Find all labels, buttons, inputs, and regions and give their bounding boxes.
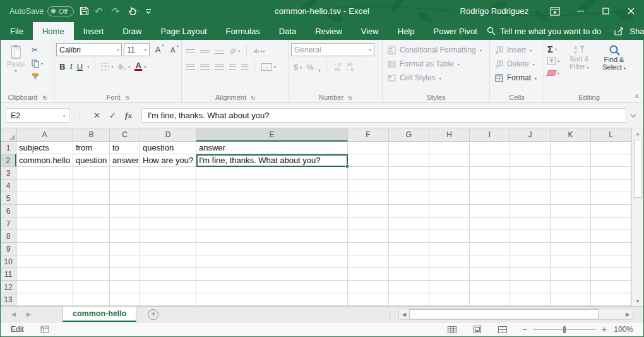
cell-D13[interactable] [140, 293, 196, 306]
cell-F11[interactable] [348, 268, 389, 281]
cell-B2[interactable]: question [73, 154, 110, 167]
cell-L3[interactable] [591, 167, 631, 180]
cell-A1[interactable]: subjects [16, 142, 73, 154]
bottom-align-button[interactable] [215, 51, 224, 54]
cell-I9[interactable] [470, 243, 510, 255]
cell-G1[interactable] [389, 142, 429, 154]
zoom-slider-thumb[interactable] [563, 326, 566, 333]
cell-G6[interactable] [389, 205, 429, 218]
paste-button[interactable]: Paste ▾ [3, 43, 29, 82]
zoom-in-button[interactable]: + [602, 324, 607, 334]
increase-font-size-button[interactable]: A▲ [152, 45, 165, 54]
cell-L9[interactable] [591, 243, 631, 255]
row-header-4[interactable]: 4 [1, 180, 16, 192]
cell-K12[interactable] [551, 281, 591, 293]
column-header-F[interactable]: F [348, 128, 389, 142]
cell-B3[interactable] [73, 167, 110, 180]
cell-D1[interactable]: question [140, 142, 196, 154]
column-header-G[interactable]: G [389, 128, 429, 142]
page-break-preview-button[interactable] [498, 326, 507, 333]
orientation-button[interactable]: ab▾ [229, 46, 240, 56]
scroll-left-icon[interactable]: ◀ [399, 312, 409, 317]
autosum-button[interactable]: Σ▾ [547, 44, 559, 54]
bold-button[interactable]: B [59, 62, 65, 71]
cell-H1[interactable] [429, 142, 470, 154]
cell-I4[interactable] [470, 180, 510, 192]
cell-B1[interactable]: from [73, 142, 110, 154]
align-left-button[interactable] [186, 64, 195, 70]
merge-center-button[interactable]: ↔▾ [261, 62, 276, 72]
ribbon-tab-insert[interactable]: Insert [74, 22, 114, 40]
cell-I3[interactable] [470, 167, 510, 180]
redo-button[interactable]: ↷▾ [112, 6, 123, 17]
ribbon-display-options-button[interactable] [542, 0, 568, 22]
cell-H8[interactable] [429, 230, 470, 243]
cell-A12[interactable] [16, 281, 73, 293]
cell-F2[interactable] [348, 154, 389, 167]
cell-B10[interactable] [73, 255, 110, 268]
decrease-decimal-button[interactable]: .00→.0 [345, 62, 354, 72]
format-painter-button[interactable] [32, 71, 43, 82]
cell-L2[interactable] [591, 154, 631, 167]
cell-D10[interactable] [140, 255, 196, 268]
cell-J5[interactable] [510, 192, 551, 205]
scroll-right-icon[interactable]: ▶ [623, 312, 633, 317]
cell-D8[interactable] [140, 230, 196, 243]
new-sheet-button[interactable]: + [148, 309, 158, 320]
fill-color-button[interactable]: ▾ [117, 61, 130, 71]
cell-K11[interactable] [551, 268, 591, 281]
cell-B7[interactable] [73, 218, 110, 230]
insert-cells-button[interactable]: Insert▾ [492, 43, 542, 57]
cell-I8[interactable] [470, 230, 510, 243]
share-button[interactable]: Share [629, 27, 644, 36]
vertical-scrollbar[interactable]: ▲ ▼ [631, 128, 643, 306]
cell-F9[interactable] [348, 243, 389, 255]
collapse-ribbon-button[interactable]: ∧ [635, 92, 639, 99]
cell-G8[interactable] [389, 230, 429, 243]
cell-G5[interactable] [389, 192, 429, 205]
cell-C6[interactable] [110, 205, 140, 218]
cell-I5[interactable] [470, 192, 510, 205]
decrease-indent-button[interactable] [229, 64, 236, 70]
zoom-out-button[interactable]: − [522, 324, 527, 334]
cell-G7[interactable] [389, 218, 429, 230]
cell-F4[interactable] [348, 180, 389, 192]
cell-E3[interactable] [196, 167, 348, 180]
italic-button[interactable]: I [69, 61, 72, 71]
cell-F1[interactable] [348, 142, 389, 154]
cell-E13[interactable] [196, 293, 348, 306]
cell-I6[interactable] [470, 205, 510, 218]
cell-F10[interactable] [348, 255, 389, 268]
cell-styles-button[interactable]: Cell Styles▾ [385, 71, 487, 85]
cell-K9[interactable] [551, 243, 591, 255]
ribbon-tab-draw[interactable]: Draw [113, 22, 151, 40]
cell-G11[interactable] [389, 268, 429, 281]
cell-C7[interactable] [110, 218, 140, 230]
cell-E10[interactable] [196, 255, 348, 268]
percent-style-button[interactable]: % [306, 63, 314, 72]
top-align-button[interactable] [186, 49, 195, 52]
sort-filter-button[interactable]: AZ Sort & Filter ▾ [564, 44, 594, 78]
cell-J11[interactable] [510, 268, 551, 281]
enter-entry-button[interactable]: ✓ [105, 111, 121, 120]
horizontal-scrollbar[interactable]: ◀ ▶ [398, 309, 633, 320]
cell-L11[interactable] [591, 268, 631, 281]
tab-scrollbar-splitter[interactable]: ⋮ [386, 307, 398, 322]
cell-C1[interactable]: to [110, 142, 140, 154]
cell-I12[interactable] [470, 281, 510, 293]
cell-L1[interactable] [591, 142, 631, 154]
minimize-button[interactable] [568, 0, 593, 22]
cell-B9[interactable] [73, 243, 110, 255]
cell-K8[interactable] [551, 230, 591, 243]
cell-B4[interactable] [73, 180, 110, 192]
cell-G10[interactable] [389, 255, 429, 268]
cell-H4[interactable] [429, 180, 470, 192]
ribbon-tab-file[interactable]: File [1, 22, 33, 40]
cell-J10[interactable] [510, 255, 551, 268]
cell-J6[interactable] [510, 205, 551, 218]
cell-H6[interactable] [429, 205, 470, 218]
row-header-7[interactable]: 7 [1, 218, 16, 230]
cell-K13[interactable] [551, 293, 591, 306]
align-right-button[interactable] [215, 64, 224, 70]
row-header-2[interactable]: 2 [1, 154, 16, 167]
